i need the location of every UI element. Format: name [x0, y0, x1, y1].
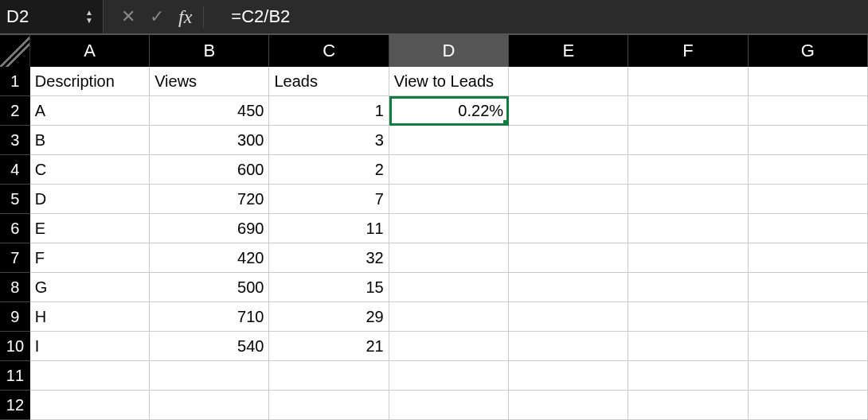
cell-D9[interactable] [389, 302, 509, 332]
cell-C2[interactable]: 1 [269, 96, 389, 126]
cell-F7[interactable] [628, 243, 748, 273]
cell-G11[interactable] [749, 361, 868, 391]
cell-A11[interactable] [30, 361, 150, 391]
cell-G4[interactable] [749, 155, 868, 185]
cell-D8[interactable] [389, 273, 509, 302]
cell-B9[interactable]: 710 [150, 302, 269, 332]
cell-ref-stepper[interactable]: ▲ ▼ [85, 9, 93, 25]
cell-E4[interactable] [509, 155, 628, 185]
cell-F1[interactable] [628, 67, 748, 96]
cell-E10[interactable] [509, 332, 628, 361]
cell-E2[interactable] [509, 96, 628, 126]
cell-D11[interactable] [389, 361, 509, 391]
cell-D1[interactable]: View to Leads [389, 67, 509, 96]
cell-C5[interactable]: 7 [269, 185, 389, 214]
cell-C8[interactable]: 15 [269, 273, 389, 302]
cell-C6[interactable]: 11 [269, 214, 389, 243]
column-header-G[interactable]: G [749, 35, 868, 67]
cell-D4[interactable] [389, 155, 509, 185]
cell-reference-box[interactable]: D2 ▲ ▼ [0, 0, 104, 33]
stepper-down-icon[interactable]: ▼ [85, 17, 93, 25]
cell-B4[interactable]: 600 [150, 155, 269, 185]
cell-E9[interactable] [509, 302, 628, 332]
cell-F9[interactable] [628, 302, 748, 332]
cell-A2[interactable]: A [30, 96, 150, 126]
cell-F10[interactable] [628, 332, 748, 361]
cell-F8[interactable] [628, 273, 748, 302]
cell-C11[interactable] [269, 361, 389, 391]
cell-B5[interactable]: 720 [150, 185, 269, 214]
cell-B11[interactable] [150, 361, 269, 391]
cell-E6[interactable] [509, 214, 628, 243]
cell-F6[interactable] [628, 214, 748, 243]
cell-G12[interactable] [749, 391, 868, 420]
row-header-4[interactable]: 4 [0, 155, 30, 185]
cell-A5[interactable]: D [30, 185, 150, 214]
row-header-2[interactable]: 2 [0, 96, 30, 126]
row-header-3[interactable]: 3 [0, 126, 30, 155]
row-header-7[interactable]: 7 [0, 243, 30, 273]
cell-G6[interactable] [749, 214, 868, 243]
cell-F4[interactable] [628, 155, 748, 185]
column-header-F[interactable]: F [628, 35, 748, 67]
row-header-8[interactable]: 8 [0, 273, 30, 302]
cell-A12[interactable] [30, 391, 150, 420]
cancel-icon[interactable]: ✕ [121, 6, 135, 27]
fx-icon[interactable]: fx [178, 6, 204, 28]
row-header-1[interactable]: 1 [0, 67, 30, 96]
cell-F5[interactable] [628, 185, 748, 214]
cell-A1[interactable]: Description [30, 67, 150, 96]
row-header-5[interactable]: 5 [0, 185, 30, 214]
cell-F11[interactable] [628, 361, 748, 391]
cell-D7[interactable] [389, 243, 509, 273]
cell-D3[interactable] [389, 126, 509, 155]
confirm-icon[interactable]: ✓ [150, 6, 164, 27]
cell-D5[interactable] [389, 185, 509, 214]
select-all-corner[interactable] [0, 35, 30, 67]
cell-F3[interactable] [628, 126, 748, 155]
column-header-D[interactable]: D [389, 35, 509, 67]
cell-B6[interactable]: 690 [150, 214, 269, 243]
cell-B7[interactable]: 420 [150, 243, 269, 273]
column-header-C[interactable]: C [269, 35, 389, 67]
formula-input[interactable]: =C2/B2 [221, 0, 868, 33]
cell-A10[interactable]: I [30, 332, 150, 361]
row-header-10[interactable]: 10 [0, 332, 30, 361]
cell-G7[interactable] [749, 243, 868, 273]
cell-G3[interactable] [749, 126, 868, 155]
cell-A3[interactable]: B [30, 126, 150, 155]
cell-E11[interactable] [509, 361, 628, 391]
cell-G2[interactable] [749, 96, 868, 126]
cell-A8[interactable]: G [30, 273, 150, 302]
cell-B2[interactable]: 450 [150, 96, 269, 126]
cell-D12[interactable] [389, 391, 509, 420]
cell-D10[interactable] [389, 332, 509, 361]
row-header-12[interactable]: 12 [0, 391, 30, 420]
column-header-A[interactable]: A [30, 35, 150, 67]
cell-G5[interactable] [749, 185, 868, 214]
cell-G8[interactable] [749, 273, 868, 302]
cell-A4[interactable]: C [30, 155, 150, 185]
cell-E7[interactable] [509, 243, 628, 273]
cell-G1[interactable] [749, 67, 868, 96]
column-header-B[interactable]: B [150, 35, 269, 67]
cell-C4[interactable]: 2 [269, 155, 389, 185]
cell-E8[interactable] [509, 273, 628, 302]
cell-C10[interactable]: 21 [269, 332, 389, 361]
cell-E1[interactable] [509, 67, 628, 96]
cell-C12[interactable] [269, 391, 389, 420]
cell-C7[interactable]: 32 [269, 243, 389, 273]
cell-F2[interactable] [628, 96, 748, 126]
cell-E12[interactable] [509, 391, 628, 420]
cell-D6[interactable] [389, 214, 509, 243]
row-header-6[interactable]: 6 [0, 214, 30, 243]
cell-B10[interactable]: 540 [150, 332, 269, 361]
cell-A6[interactable]: E [30, 214, 150, 243]
cell-B3[interactable]: 300 [150, 126, 269, 155]
cell-D2[interactable]: 0.22% [389, 96, 509, 126]
column-header-E[interactable]: E [509, 35, 628, 67]
cell-G10[interactable] [749, 332, 868, 361]
row-header-11[interactable]: 11 [0, 361, 30, 391]
cell-E5[interactable] [509, 185, 628, 214]
cell-B1[interactable]: Views [150, 67, 269, 96]
